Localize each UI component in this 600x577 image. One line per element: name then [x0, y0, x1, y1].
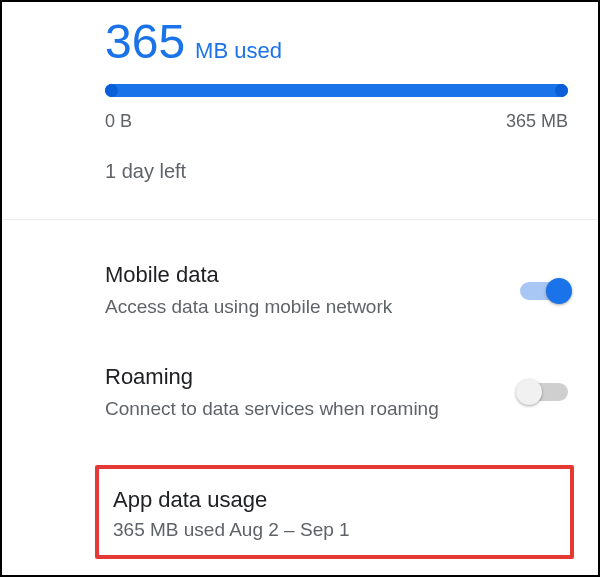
usage-scale: 0 B 365 MB: [105, 111, 568, 132]
usage-progress-bar: [105, 84, 568, 97]
usage-scale-min: 0 B: [105, 111, 132, 132]
app-data-usage-subtitle: 365 MB used Aug 2 – Sep 1: [113, 519, 556, 541]
roaming-row[interactable]: Roaming Connect to data services when ro…: [105, 342, 568, 444]
roaming-toggle[interactable]: [520, 383, 568, 401]
usage-scale-max: 365 MB: [506, 111, 568, 132]
mobile-data-subtitle: Access data using mobile network: [105, 294, 496, 320]
toggle-thumb-icon: [516, 379, 542, 405]
toggle-thumb-icon: [546, 278, 572, 304]
app-data-usage-title: App data usage: [113, 487, 556, 513]
data-usage-summary: 365 MB used 0 B 365 MB 1 day left: [2, 2, 598, 219]
roaming-title: Roaming: [105, 364, 496, 390]
usage-unit: MB used: [195, 38, 282, 64]
billing-days-left: 1 day left: [105, 160, 568, 183]
mobile-data-toggle[interactable]: [520, 282, 568, 300]
usage-value: 365: [105, 18, 185, 66]
mobile-data-row[interactable]: Mobile data Access data using mobile net…: [105, 240, 568, 342]
usage-amount: 365 MB used: [105, 18, 568, 66]
roaming-subtitle: Connect to data services when roaming: [105, 396, 496, 422]
mobile-data-title: Mobile data: [105, 262, 496, 288]
app-data-usage-row[interactable]: App data usage 365 MB used Aug 2 – Sep 1: [95, 465, 574, 559]
